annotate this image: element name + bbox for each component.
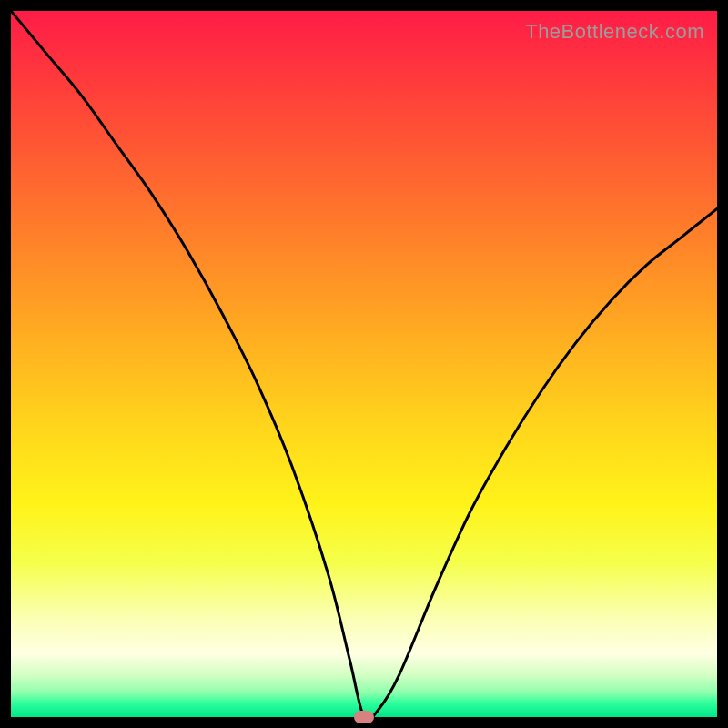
curve-path (11, 11, 717, 717)
plot-area: TheBottleneck.com (11, 11, 717, 717)
bottleneck-curve (11, 11, 717, 717)
chart-container: TheBottleneck.com (0, 0, 728, 728)
optimal-point-marker (354, 711, 374, 723)
